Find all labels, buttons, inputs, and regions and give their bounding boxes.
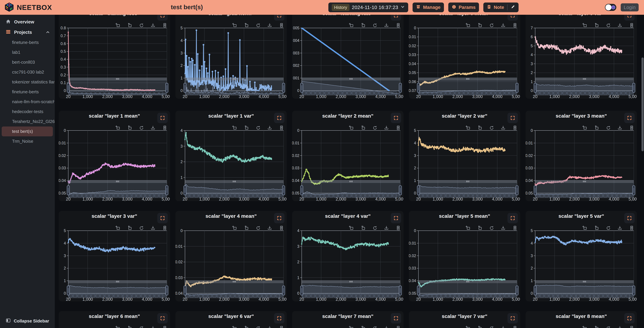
toolbox-restore-icon[interactable]	[606, 326, 611, 328]
chart-canvas[interactable]: 543210201,0002,0003,0004,0005,000	[526, 211, 637, 301]
sidebar-project-item[interactable]: Terahertz_No22_Gl261_gl...	[0, 117, 54, 126]
toolbox-save-image-icon[interactable]	[500, 326, 506, 328]
toolbox-box-zoom-icon[interactable]	[348, 326, 354, 328]
toolbox-restore-icon[interactable]	[138, 225, 144, 231]
toolbox-box-zoom-icon[interactable]	[465, 23, 470, 28]
toolbox-box-zoom-icon[interactable]	[465, 326, 470, 328]
toolbox-restore-icon[interactable]	[606, 23, 611, 28]
toolbox-data-view-icon[interactable]	[512, 23, 518, 28]
toolbox-zoom-reset-icon[interactable]	[477, 225, 482, 231]
toolbox-save-image-icon[interactable]	[384, 23, 389, 28]
expand-chart-button[interactable]	[391, 313, 401, 324]
toolbox-restore-icon[interactable]	[138, 23, 144, 28]
toolbox-restore-icon[interactable]	[606, 225, 611, 231]
chart-plot-area[interactable]: 00.010.020.030.040.05201,0002,0003,0004,…	[292, 111, 404, 201]
toolbox-zoom-reset-icon[interactable]	[360, 23, 366, 28]
sidebar-project-item[interactable]: csc791-030 lab2	[0, 67, 54, 77]
toolbox-box-zoom-icon[interactable]	[115, 225, 120, 231]
expand-chart-button[interactable]	[508, 313, 518, 324]
chart-plot-area[interactable]: 543210201,0002,0003,0004,0005,000	[59, 211, 170, 301]
chart-canvas[interactable]: 00.010.020.030.040.050.060.07201,0002,00…	[409, 8, 520, 99]
toolbox-data-view-icon[interactable]	[512, 125, 518, 130]
chart-plot-area[interactable]: 00.010.020.030.040.05201,0002,0003,0004,…	[526, 111, 637, 201]
toolbox-zoom-reset-icon[interactable]	[594, 125, 599, 130]
toolbox-data-view-icon[interactable]	[629, 225, 634, 231]
toolbox-zoom-reset-icon[interactable]	[594, 225, 599, 231]
toolbox-data-view-icon[interactable]	[396, 225, 401, 231]
expand-chart-button[interactable]	[624, 113, 634, 123]
chart-plot-area[interactable]: 0050040030020010201,0002,0003,0004,0005,…	[292, 8, 404, 99]
vertical-scrollbar[interactable]	[642, 15, 644, 328]
params-button[interactable]: Params	[448, 2, 479, 12]
chart-canvas[interactable]: 00.010.020.030.040.05201,0002,0003,0004,…	[526, 111, 637, 201]
toolbox-box-zoom-icon[interactable]	[465, 225, 470, 231]
toolbox-restore-icon[interactable]	[489, 23, 494, 28]
toolbox-restore-icon[interactable]	[372, 326, 377, 328]
toolbox-save-image-icon[interactable]	[150, 225, 156, 231]
toolbox-restore-icon[interactable]	[255, 326, 260, 328]
toolbox-box-zoom-icon[interactable]	[115, 326, 120, 328]
toolbox-zoom-reset-icon[interactable]	[127, 225, 132, 231]
toolbox-box-zoom-icon[interactable]	[582, 225, 587, 231]
sidebar-project-item[interactable]: naive-llm-from-scratch	[0, 97, 54, 107]
toolbox-save-image-icon[interactable]	[500, 125, 506, 130]
chart-canvas[interactable]: 43210201,0002,0003,0004,0005,000	[176, 111, 287, 201]
toolbox-zoom-reset-icon[interactable]	[477, 23, 482, 28]
sidebar-project-item[interactable]: finetune-berts	[0, 87, 54, 97]
toolbox-data-view-icon[interactable]	[279, 326, 284, 328]
chart-canvas[interactable]: 00.010.020.030.040.05201,0002,0003,0004,…	[59, 111, 170, 201]
toolbox-restore-icon[interactable]	[372, 23, 377, 28]
toolbox-box-zoom-icon[interactable]	[232, 326, 237, 328]
toolbox-save-image-icon[interactable]	[500, 225, 506, 231]
toolbox-box-zoom-icon[interactable]	[115, 23, 120, 28]
expand-chart-button[interactable]	[157, 113, 168, 123]
toolbox-zoom-reset-icon[interactable]	[244, 23, 249, 28]
toolbox-data-view-icon[interactable]	[279, 23, 284, 28]
toolbox-box-zoom-icon[interactable]	[348, 225, 354, 231]
toolbox-save-image-icon[interactable]	[384, 326, 389, 328]
chart-plot-area[interactable]: 543210201,0002,0003,0004,0005,000	[526, 211, 637, 301]
toolbox-zoom-reset-icon[interactable]	[244, 125, 249, 130]
chart-canvas[interactable]: 43210201,0002,0003,0004,0005,000	[292, 211, 404, 301]
toolbox-data-view-icon[interactable]	[279, 125, 284, 130]
chart-plot-area[interactable]: 43210201,0002,0003,0004,0005,000	[292, 211, 404, 301]
toolbox-data-view-icon[interactable]	[162, 225, 167, 231]
note-button[interactable]: Note	[483, 2, 518, 12]
toolbox-zoom-reset-icon[interactable]	[360, 125, 366, 130]
toolbox-save-image-icon[interactable]	[267, 225, 272, 231]
chart-canvas[interactable]: 543210201,0002,0003,0004,0005,000	[176, 8, 287, 99]
toolbox-zoom-reset-icon[interactable]	[127, 326, 132, 328]
chart-canvas[interactable]: 543210201,0002,0003,0004,0005,000	[409, 111, 520, 201]
chart-canvas[interactable]: 543210201,0002,0003,0004,0005,000	[59, 211, 170, 301]
login-button[interactable]: Login	[621, 3, 639, 11]
toolbox-restore-icon[interactable]	[255, 225, 260, 231]
toolbox-box-zoom-icon[interactable]	[582, 23, 587, 28]
chart-canvas[interactable]: 00.010.020.030.04201,0002,0003,0004,0005…	[176, 211, 287, 301]
toolbox-box-zoom-icon[interactable]	[232, 23, 237, 28]
toolbox-zoom-reset-icon[interactable]	[477, 326, 482, 328]
toolbox-box-zoom-icon[interactable]	[348, 23, 354, 28]
chart-plot-area[interactable]: 43210201,0002,0003,0004,0005,000	[176, 111, 287, 201]
toolbox-restore-icon[interactable]	[138, 326, 144, 328]
toolbox-box-zoom-icon[interactable]	[465, 125, 470, 130]
toolbox-data-view-icon[interactable]	[162, 23, 167, 28]
chart-plot-area[interactable]: 543210201,0002,0003,0004,0005,000	[176, 8, 287, 99]
theme-toggle[interactable]	[605, 4, 616, 11]
sidebar-project-item[interactable]: bert-conll03	[0, 57, 54, 67]
chart-plot-area[interactable]: 76543210201,0002,0003,0004,0005,000	[526, 8, 637, 99]
toolbox-restore-icon[interactable]	[255, 23, 260, 28]
chart-canvas[interactable]: 76543210201,0002,0003,0004,0005,000	[526, 8, 637, 99]
toolbox-data-view-icon[interactable]	[629, 125, 634, 130]
toolbox-save-image-icon[interactable]	[500, 23, 506, 28]
expand-chart-button[interactable]	[508, 213, 518, 223]
toolbox-save-image-icon[interactable]	[267, 23, 272, 28]
expand-chart-button[interactable]	[624, 313, 634, 324]
sidebar-project-item[interactable]: lab1	[0, 47, 54, 57]
sidebar-project-item[interactable]: Trm_Noise	[0, 136, 54, 146]
sidebar-project-item[interactable]: finetune-berts	[0, 37, 54, 47]
toolbox-box-zoom-icon[interactable]	[115, 125, 120, 130]
chart-canvas[interactable]: 0050040030020010201,0002,0003,0004,0005,…	[292, 8, 404, 99]
toolbox-zoom-reset-icon[interactable]	[360, 225, 366, 231]
collapse-sidebar-button[interactable]: Collapse Sidebar	[0, 317, 54, 325]
toolbox-box-zoom-icon[interactable]	[348, 125, 354, 130]
